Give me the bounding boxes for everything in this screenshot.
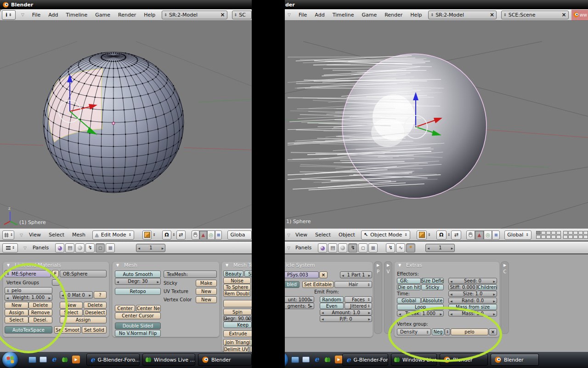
vgroup-deselect-button[interactable]: Desel. [28, 316, 52, 323]
autotexspace-toggle[interactable]: AutoTexSpace [5, 326, 52, 334]
tweak-slider[interactable]: Tweak: 1.000 [397, 310, 444, 316]
physics-buttons-tab[interactable]: ↯ [348, 243, 357, 253]
mode-dropdown[interactable]: ▲ Edit Mode ⇕ [92, 230, 134, 240]
menu-add[interactable]: Add [48, 12, 58, 18]
menu-object[interactable]: Object [339, 232, 355, 238]
taskbar-task-active[interactable]: Blender [491, 354, 539, 366]
menu-view[interactable]: View [29, 232, 41, 238]
emit-from-dropdown[interactable]: Faces [345, 296, 372, 303]
double-sided-toggle[interactable]: Double Sided [115, 322, 161, 329]
size-deflect-toggle[interactable]: Size Defle [421, 278, 444, 284]
frame-counter[interactable]: 1 [425, 244, 455, 252]
mass-slider[interactable]: Mass: 1.0 [448, 310, 497, 316]
media-player-icon[interactable]: ▶ [72, 356, 80, 363]
explorer-icon[interactable] [302, 356, 310, 362]
segments-slider-partial[interactable]: gments: 5 [285, 303, 314, 309]
taskbar-task[interactable]: eG-Blender-Foro... [86, 354, 140, 366]
vertex-select-button[interactable]: ▲ [475, 230, 484, 240]
object-buttons-tab[interactable]: ▢ [358, 243, 368, 253]
taskbar-task[interactable]: Blender [198, 354, 252, 366]
size-slider[interactable]: Size: 1.0 [448, 291, 497, 297]
neg-toggle[interactable]: Neg [432, 328, 444, 335]
retopo-toggle[interactable]: Retopo [115, 288, 161, 295]
menu-help[interactable]: Help [410, 12, 422, 18]
psys-delete-button[interactable]: × [319, 271, 328, 278]
translate-manipulator-button[interactable]: ⇄ [451, 230, 461, 240]
titlebar[interactable]: Blender [0, 0, 252, 9]
vgroup-select-button[interactable]: Select [5, 316, 28, 323]
spin-degr-slider[interactable]: Degr: 90.00 [223, 315, 252, 322]
material-buttons-tab[interactable] [338, 243, 347, 253]
rotate-manipulator-button[interactable]: Ω [162, 230, 171, 240]
close-icon[interactable]: × [562, 12, 566, 18]
distribution-dropdown[interactable]: Jittered [345, 303, 372, 309]
window-type-button[interactable]: i⇕ [2, 10, 16, 20]
vgroup-name-field[interactable]: pelo [451, 328, 488, 335]
collapsed-panel-children[interactable]: ▶ C [501, 261, 509, 334]
collapse-icon[interactable]: ▽ [20, 233, 23, 237]
fake-user-button[interactable]: F [52, 270, 59, 277]
mode-dropdown[interactable]: ↖ Object Mode ⇕ [361, 230, 410, 240]
mat-new-button[interactable]: New [60, 302, 83, 309]
object-buttons-tab[interactable]: ▢ [96, 243, 105, 253]
draw-mode-button[interactable] [142, 230, 152, 240]
mat-select-button[interactable]: Select [60, 309, 83, 316]
psys-name-field[interactable]: PSys.003 [285, 271, 319, 278]
collapse-icon[interactable]: ▽ [21, 12, 24, 17]
center-button[interactable]: Center [115, 305, 135, 312]
panel-open-icon[interactable]: ▼ [116, 263, 119, 267]
circle-select-button[interactable]: ◎ [484, 230, 492, 240]
menu-render[interactable]: Render [118, 12, 136, 18]
scene-selector[interactable]: ⇕ SCE:Scene × [501, 11, 569, 19]
show-desktop-icon[interactable] [291, 356, 299, 363]
rotate-manipulator-button[interactable]: Ω [436, 230, 447, 240]
menu-file[interactable]: File [299, 12, 307, 18]
scene-buttons-tab[interactable]: ▦ [106, 243, 115, 253]
vgroup-small-button[interactable] [52, 279, 60, 286]
show-desktop-icon[interactable] [28, 356, 36, 363]
menu-mesh[interactable]: Mesh [72, 232, 85, 238]
draw-mode-button[interactable] [417, 230, 427, 240]
amount-slider-partial[interactable]: unt: 1000 [285, 296, 314, 303]
lamp-buttons-tab[interactable]: ◕ [318, 243, 327, 253]
vertex-select-button[interactable]: ▲ [199, 230, 207, 240]
close-icon[interactable]: × [220, 12, 225, 18]
absolute-toggle[interactable]: Absolute [421, 298, 444, 304]
enabled-toggle-partial[interactable]: bled [285, 281, 300, 288]
extrude-region-button[interactable] [223, 300, 252, 307]
amount-slider[interactable]: Amount: 1.0 [320, 309, 372, 316]
collapse-icon[interactable]: ▽ [287, 246, 290, 250]
grab-hand-button[interactable] [466, 230, 475, 240]
auto-smooth-toggle[interactable]: Auto Smooth [115, 270, 161, 278]
start-button[interactable] [2, 352, 18, 368]
vertex-group-name-dropdown[interactable]: pelo [5, 287, 52, 294]
seed-slider[interactable]: Seed: 0 [448, 278, 497, 284]
scene-buttons-tab[interactable]: ▦ [368, 243, 378, 253]
particle-type-dropdown[interactable]: Hair [334, 281, 372, 288]
vgroup-assign-button[interactable]: Assign [5, 309, 28, 316]
texmesh-field[interactable]: TexMesh: [164, 270, 217, 278]
collapsed-panel-visualization[interactable]: ▶ V [384, 261, 392, 334]
editor-type-button[interactable]: ⇕ [2, 243, 18, 253]
start-button-partial[interactable] [285, 352, 288, 368]
taskbar-task[interactable]: Blender [440, 354, 488, 366]
menu-render[interactable]: Render [384, 12, 402, 18]
titlebar[interactable]: der [285, 0, 588, 9]
vgroup-clear-button[interactable]: × [489, 328, 497, 335]
vgroup-stepper[interactable]: ⇕ [445, 328, 450, 335]
vgroup-remove-button[interactable]: Remove [28, 309, 52, 316]
menu-file[interactable]: File [32, 12, 40, 18]
to-sphere-button[interactable]: To Sphere [223, 284, 251, 290]
messenger-icon[interactable] [61, 356, 69, 363]
vgroup-attribute-dropdown[interactable]: Density [397, 328, 431, 335]
square-select-button[interactable]: ■ [215, 230, 222, 240]
editor-type-button[interactable]: ⇕ [2, 230, 14, 240]
scene-selector-clipped[interactable]: ⇕ SC [232, 11, 252, 19]
beauty-toggle[interactable]: Beauty [223, 270, 243, 277]
degr-slider[interactable]: Degr: 30 [115, 278, 161, 285]
panel-open-icon[interactable]: ▼ [398, 263, 401, 267]
menu-select[interactable]: Select [49, 232, 64, 238]
menu-help[interactable]: Help [144, 12, 155, 18]
gr-field[interactable]: GR: [397, 278, 421, 284]
internet-explorer-icon[interactable]: e [50, 356, 58, 363]
